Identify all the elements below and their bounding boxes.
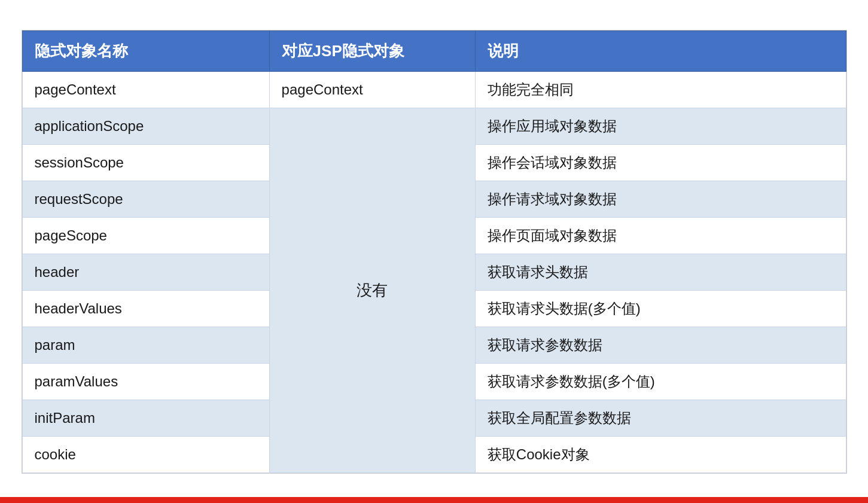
bottom-red-bar — [0, 497, 868, 503]
cell-desc: 获取请求参数数据(多个值) — [475, 363, 846, 400]
cell-name: pageScope — [22, 217, 269, 254]
table-body: pageContextpageContext功能完全相同applicationS… — [22, 71, 846, 472]
cell-desc: 获取请求头数据 — [475, 254, 846, 290]
cell-desc: 获取Cookie对象 — [475, 436, 846, 472]
cell-name: paramValues — [22, 363, 269, 400]
cell-jsp-merged: 没有 — [269, 108, 475, 472]
cell-desc: 获取全局配置参数数据 — [475, 400, 846, 436]
header-col-jsp: 对应JSP隐式对象 — [269, 31, 475, 71]
table-header-row: 隐式对象名称 对应JSP隐式对象 说明 — [22, 31, 846, 71]
cell-jsp: pageContext — [269, 71, 475, 108]
cell-name: requestScope — [22, 181, 269, 217]
table-row: pageContextpageContext功能完全相同 — [22, 71, 846, 108]
cell-name: headerValues — [22, 290, 269, 327]
cell-desc: 操作应用域对象数据 — [475, 108, 846, 144]
cell-desc: 操作会话域对象数据 — [475, 144, 846, 181]
cell-name: param — [22, 327, 269, 363]
header-col-name: 隐式对象名称 — [22, 31, 269, 71]
cell-name: pageContext — [22, 71, 269, 108]
header-col-desc: 说明 — [475, 31, 846, 71]
cell-desc: 操作页面域对象数据 — [475, 217, 846, 254]
cell-name: initParam — [22, 400, 269, 436]
cell-name: applicationScope — [22, 108, 269, 144]
cell-name: cookie — [22, 436, 269, 472]
cell-desc: 操作请求域对象数据 — [475, 181, 846, 217]
cell-desc: 获取请求参数数据 — [475, 327, 846, 363]
cell-desc: 获取请求头数据(多个值) — [475, 290, 846, 327]
table-row: applicationScope没有操作应用域对象数据 — [22, 108, 846, 144]
data-table: 隐式对象名称 对应JSP隐式对象 说明 pageContextpageConte… — [22, 31, 846, 473]
cell-desc: 功能完全相同 — [475, 71, 846, 108]
cell-name: header — [22, 254, 269, 290]
cell-name: sessionScope — [22, 144, 269, 181]
main-table-container: 隐式对象名称 对应JSP隐式对象 说明 pageContextpageConte… — [22, 30, 847, 474]
